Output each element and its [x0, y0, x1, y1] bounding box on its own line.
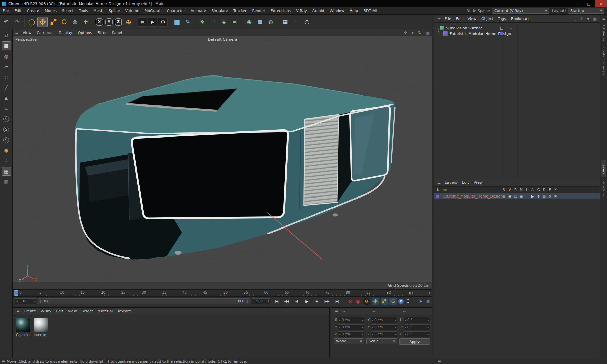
snap-settings-icon[interactable]: ∴: [2, 156, 11, 165]
viewport-canvas[interactable]: Y X Z Perspective Default Camera Grid Sp…: [13, 36, 432, 289]
playhead-marker[interactable]: [14, 290, 18, 296]
deformers-toggle-icon[interactable]: ▦: [541, 194, 547, 198]
next-key-button[interactable]: ▶▶: [323, 298, 331, 305]
spin-down-icon[interactable]: ▾: [429, 293, 430, 295]
export-icon[interactable]: ⇧: [580, 17, 583, 21]
spin-left-icon[interactable]: ◂: [339, 318, 340, 322]
expressions-toggle-icon[interactable]: ⚙: [547, 194, 553, 198]
snap-icon[interactable]: ▦: [280, 17, 290, 27]
spin-left-icon[interactable]: ◂: [372, 326, 373, 329]
rotate-tool-button[interactable]: [59, 17, 69, 27]
end-frame-field[interactable]: 90 F ▴ ▾: [252, 298, 270, 304]
menu-tracker[interactable]: Tracker: [231, 9, 250, 13]
vp-menu-view[interactable]: View: [20, 31, 34, 35]
enabled-check-icon[interactable]: ✓: [510, 26, 513, 30]
render-view-icon[interactable]: ▤: [138, 17, 147, 27]
autokey-icon[interactable]: ◉: [356, 298, 360, 304]
manager-toggle-icon[interactable]: ▣: [518, 194, 524, 198]
expander-icon[interactable]: –: [436, 26, 438, 30]
layout-dropdown[interactable]: Startup ▾: [568, 8, 604, 14]
model-mode-icon[interactable]: ■: [2, 41, 11, 50]
size-y-field[interactable]: ◂0 cm▸: [371, 324, 397, 330]
menu-file[interactable]: File: [0, 9, 11, 13]
edges-mode-icon[interactable]: ╱: [2, 83, 11, 92]
menu-arnold[interactable]: Arnold: [310, 9, 327, 13]
mat-menu-edit[interactable]: Edit: [54, 309, 65, 313]
mat-menu-material[interactable]: Material: [95, 309, 115, 313]
om-menu-object[interactable]: Object: [479, 17, 496, 21]
menu-vray[interactable]: V-Ray: [293, 9, 310, 13]
position-z-field[interactable]: ◂0 cm▸: [338, 331, 364, 337]
range-grip-icon[interactable]: ‖: [246, 299, 248, 303]
close-button[interactable]: ✕: [595, 0, 607, 7]
light-icon[interactable]: ○: [302, 17, 312, 27]
redo-icon[interactable]: ↷: [12, 17, 22, 27]
transform-space-dropdown[interactable]: World▾: [334, 338, 364, 344]
mograph-cloner-icon[interactable]: ❖: [197, 17, 207, 27]
tab-layers[interactable]: Layers: [601, 160, 606, 177]
render-settings-icon[interactable]: ⚙: [158, 17, 168, 27]
volume-icon[interactable]: ▩: [255, 17, 265, 27]
tab-structure[interactable]: Structure: [601, 177, 606, 199]
fields-icon[interactable]: ≈: [230, 17, 240, 27]
mat-menu-select[interactable]: Select: [79, 309, 95, 313]
solo-toggle-icon[interactable]: ●: [501, 194, 507, 198]
vp-menu-cameras[interactable]: Cameras: [34, 31, 56, 35]
goto-start-button[interactable]: |◀: [272, 298, 281, 305]
play-button[interactable]: ▶: [302, 298, 311, 305]
texture-mode-icon[interactable]: ◍: [2, 52, 11, 61]
vp-menu-filter[interactable]: Filter: [95, 31, 109, 35]
spin-right-icon[interactable]: ▸: [34, 300, 35, 303]
solo-single-icon[interactable]: S: [2, 125, 11, 134]
keyframe-settings-icon[interactable]: ⚙: [363, 298, 370, 305]
generators-toggle-icon[interactable]: ✚: [536, 194, 541, 198]
menu-select[interactable]: Select: [59, 9, 76, 13]
move-tool-button[interactable]: [37, 17, 48, 27]
om-menu-bookmarks[interactable]: Bookmarks: [509, 17, 534, 21]
visibility-dots-icon[interactable]: ∶: [506, 26, 507, 30]
object-label[interactable]: Subdivision Surface: [446, 26, 483, 30]
material-thumbnail[interactable]: [16, 318, 30, 332]
menu-help[interactable]: Help: [347, 9, 361, 13]
spin-down-icon[interactable]: ▾: [268, 301, 269, 303]
object-tree[interactable]: – Subdivision Surface ∶ ✓ Futuristic_Mod…: [434, 23, 600, 179]
rotation-b-field[interactable]: ◂0 °▸: [404, 331, 430, 337]
menu-mograph[interactable]: MoGraph: [142, 9, 164, 13]
layer-name[interactable]: Futuristic_Modular_Home_Design: [441, 194, 503, 199]
workplane-mode-icon[interactable]: ▱: [2, 62, 11, 71]
spin-right-icon[interactable]: ▸: [428, 326, 429, 329]
mat-menu-texture[interactable]: Texture: [115, 309, 133, 313]
spin-right-icon[interactable]: ▸: [428, 333, 429, 336]
rotation-h-field[interactable]: ◂0 °▸: [404, 317, 430, 323]
menu-render[interactable]: Render: [249, 9, 268, 13]
spinner-icon[interactable]: ▴ ▾: [429, 291, 430, 295]
live-selection-icon[interactable]: ◯: [27, 17, 37, 27]
range-grip-icon[interactable]: ‖: [40, 299, 42, 303]
y-axis-lock-button[interactable]: Y: [105, 18, 113, 26]
current-frame-field[interactable]: 0 F ▴ ▾: [407, 290, 432, 296]
menu-edit[interactable]: Edit: [11, 9, 24, 13]
prev-frame-button[interactable]: ◀: [292, 298, 301, 305]
view-label[interactable]: Perspective: [15, 37, 37, 42]
layers-menu-layers[interactable]: Layers: [442, 180, 459, 185]
mat-menu-view[interactable]: View: [65, 309, 79, 313]
hamburger-icon[interactable]: ≡: [437, 180, 441, 185]
prev-key-button[interactable]: ◀◀: [282, 298, 291, 305]
menu-character[interactable]: Character: [164, 9, 188, 13]
maximize-button[interactable]: □: [583, 0, 595, 7]
spline-pen-icon[interactable]: ✎: [183, 17, 193, 27]
spinner-icon[interactable]: ▴ ▾: [268, 300, 269, 303]
tab-attributes[interactable]: Attributes: [601, 22, 606, 44]
hamburger-icon[interactable]: ≡: [438, 359, 441, 364]
make-editable-icon[interactable]: ⇄: [2, 31, 11, 40]
simulate-icon[interactable]: ◍: [266, 17, 276, 27]
spin-right-icon[interactable]: ▸: [428, 318, 429, 322]
spin-right-icon[interactable]: ▸: [395, 333, 396, 336]
key-rotation-toggle[interactable]: [389, 298, 397, 305]
camera-label[interactable]: Default Camera: [208, 37, 237, 42]
coordinate-system-icon[interactable]: ⊕: [123, 17, 134, 27]
preview-range-slider[interactable]: ‖ 0 F 90 F ‖: [38, 298, 250, 304]
quantize-grid-icon[interactable]: ▦: [2, 167, 11, 176]
vp-menu-display[interactable]: Display: [56, 31, 75, 35]
menu-animate[interactable]: Animate: [188, 9, 209, 13]
